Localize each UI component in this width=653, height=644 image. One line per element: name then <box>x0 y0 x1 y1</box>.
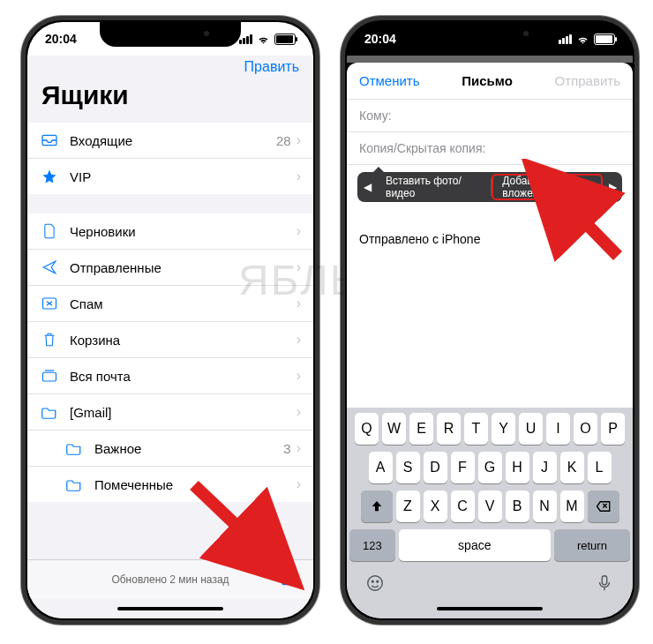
compose-sheet: Отменить Письмо Отправить Кому: Копия/Ск… <box>347 63 633 618</box>
key-b[interactable]: B <box>506 490 529 522</box>
key-q[interactable]: Q <box>355 413 379 445</box>
battery-icon <box>274 34 296 45</box>
svg-point-6 <box>377 580 379 582</box>
key-backspace[interactable] <box>588 490 619 522</box>
svg-line-9 <box>194 485 287 573</box>
folder-icon <box>64 442 84 455</box>
signal-icon <box>239 34 252 44</box>
key-a[interactable]: A <box>369 452 393 483</box>
mailbox-row[interactable]: Черновики› <box>27 213 313 250</box>
key-g[interactable]: G <box>478 452 502 483</box>
key-p[interactable]: P <box>601 413 625 445</box>
annotation-arrow-right <box>521 159 635 273</box>
mailbox-label: VIP <box>70 169 296 184</box>
mailbox-row[interactable]: Отправленные› <box>27 250 313 286</box>
chevron-right-icon: › <box>296 440 301 456</box>
chevron-right-icon: › <box>296 223 301 239</box>
chevron-right-icon: › <box>296 259 301 275</box>
key-z[interactable]: Z <box>396 490 420 522</box>
svg-point-4 <box>368 576 383 591</box>
mailbox-row[interactable]: VIP› <box>27 159 313 194</box>
mailbox-row[interactable]: Входящие28› <box>27 123 313 159</box>
notch <box>419 22 560 47</box>
key-w[interactable]: W <box>382 413 406 445</box>
svg-point-5 <box>372 580 373 582</box>
wifi-icon <box>257 33 270 46</box>
sheet-title: Письмо <box>462 73 513 88</box>
key-return[interactable]: return <box>554 529 630 561</box>
all-icon <box>40 369 59 383</box>
key-j[interactable]: J <box>533 452 557 483</box>
mailbox-label: Вся почта <box>70 369 296 384</box>
mailbox-label: [Gmail] <box>70 405 296 420</box>
edit-button[interactable]: Править <box>244 59 299 75</box>
key-i[interactable]: I <box>546 413 570 445</box>
key-l[interactable]: L <box>588 452 612 483</box>
keyboard: QWERTYUIOP ASDFGHJKL ZXCVBNM 123 space r… <box>347 408 633 599</box>
star-icon <box>40 168 59 184</box>
key-r[interactable]: R <box>437 413 461 445</box>
navbar: Править <box>27 56 313 79</box>
svg-line-11 <box>538 175 618 256</box>
mailbox-label: Черновики <box>70 224 296 239</box>
emoji-icon[interactable] <box>365 573 385 593</box>
phone-frame-right: 20:04 Отменить Письмо Отправить Кому: Ко… <box>341 16 639 625</box>
battery-icon <box>594 34 615 45</box>
key-123[interactable]: 123 <box>349 529 395 561</box>
key-shift[interactable] <box>361 490 393 522</box>
svg-rect-7 <box>602 576 607 585</box>
page-title: Ящики <box>27 79 313 123</box>
key-y[interactable]: Y <box>492 413 515 445</box>
chevron-right-icon: › <box>296 368 301 384</box>
key-s[interactable]: S <box>396 452 420 483</box>
mailbox-label: Важное <box>94 441 283 456</box>
doc-icon <box>40 223 59 239</box>
to-field[interactable]: Кому: <box>347 100 633 132</box>
send-button[interactable]: Отправить <box>555 73 620 88</box>
chevron-right-icon: › <box>296 332 301 348</box>
key-k[interactable]: K <box>560 452 584 483</box>
key-e[interactable]: E <box>409 413 433 445</box>
mailbox-label: Спам <box>70 296 296 311</box>
key-m[interactable]: M <box>560 490 584 522</box>
status-time: 20:04 <box>45 32 77 46</box>
chevron-right-icon: › <box>296 132 301 148</box>
signal-icon <box>559 34 572 44</box>
key-c[interactable]: C <box>451 490 475 522</box>
key-f[interactable]: F <box>451 452 475 483</box>
mailbox-row[interactable]: Вся почта› <box>27 358 313 394</box>
mailbox-row[interactable]: Важное3› <box>27 431 313 467</box>
key-t[interactable]: T <box>464 413 488 445</box>
spam-icon <box>40 296 59 311</box>
mailbox-row[interactable]: [Gmail]› <box>27 394 313 431</box>
menu-insert-photo[interactable]: Вставить фото/видео <box>377 172 491 202</box>
trash-icon <box>40 332 59 348</box>
mic-icon[interactable] <box>595 573 614 593</box>
svg-rect-2 <box>43 372 56 381</box>
home-indicator <box>347 599 633 618</box>
sheet-header: Отменить Письмо Отправить <box>347 63 633 100</box>
home-indicator <box>27 599 313 618</box>
chevron-right-icon: › <box>296 404 301 420</box>
mailbox-row[interactable]: Спам› <box>27 286 313 322</box>
chevron-right-icon: › <box>296 296 301 311</box>
key-d[interactable]: D <box>424 452 447 483</box>
key-n[interactable]: N <box>533 490 557 522</box>
folder-icon <box>64 478 84 491</box>
cancel-button[interactable]: Отменить <box>359 73 420 88</box>
key-v[interactable]: V <box>478 490 502 522</box>
mailbox-row[interactable]: Корзина› <box>27 322 313 358</box>
mailbox-label: Корзина <box>70 333 296 348</box>
menu-prev-button[interactable]: ◀ <box>357 181 377 193</box>
mailbox-count: 3 <box>283 441 290 456</box>
key-o[interactable]: O <box>574 413 597 445</box>
status-time: 20:04 <box>364 32 396 46</box>
key-u[interactable]: U <box>519 413 543 445</box>
key-space[interactable]: space <box>399 529 551 561</box>
key-h[interactable]: H <box>506 452 529 483</box>
mailbox-count: 28 <box>276 133 291 148</box>
wifi-icon <box>576 33 589 46</box>
folder-icon <box>40 406 59 419</box>
mailbox-label: Входящие <box>70 133 276 148</box>
key-x[interactable]: X <box>424 490 447 522</box>
